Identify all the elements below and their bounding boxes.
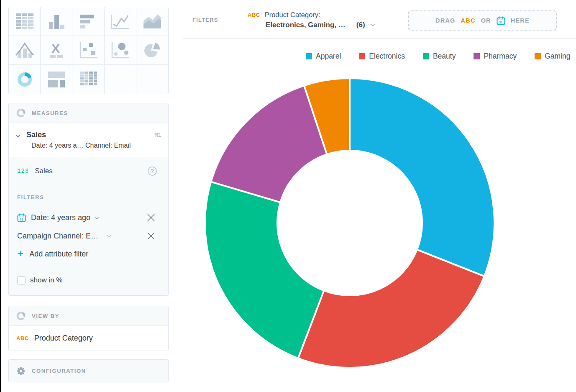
svg-text:31: 31	[20, 217, 23, 221]
field-type-123: 123	[17, 168, 29, 174]
chart-type-empty-2	[136, 65, 168, 94]
field-name: Sales	[35, 167, 53, 175]
line-chart-icon	[110, 13, 130, 30]
show-in-percent-row: show in %	[17, 273, 161, 288]
chart-type-table[interactable]	[9, 7, 41, 36]
measures-label: MEASURES	[32, 110, 68, 116]
attribute-name: Product Category	[34, 334, 93, 343]
filters-section-label: FILTERS	[17, 194, 161, 200]
chart-type-donut[interactable]	[9, 65, 41, 94]
filter-bar: FILTERS ABC Product Category: Electronic…	[183, 0, 576, 39]
donut-slice-apparel	[350, 78, 494, 276]
filter-date[interactable]: 31 Date: 4 years ago	[17, 208, 161, 227]
chart-type-treemap[interactable]	[41, 65, 72, 94]
chevron-down-icon	[370, 22, 375, 26]
filter-date-label: Date: 4 years ago	[31, 213, 90, 222]
scatter-plot-icon	[79, 41, 98, 59]
measure-field-row[interactable]: 123 Sales ?	[17, 157, 161, 185]
chart-type-bubble[interactable]	[105, 36, 136, 65]
measures-header: MEASURES	[9, 103, 168, 123]
show-in-percent-label: show in %	[30, 276, 62, 284]
bar-chart-icon	[79, 14, 97, 29]
donut-slice-beauty	[205, 182, 324, 358]
chevron-down-icon	[95, 215, 99, 219]
add-attribute-filter-label: Add attribute filter	[29, 250, 88, 259]
sidebar: X	[8, 7, 169, 382]
measure-item-sales[interactable]: Sales M1 Date: 4 years a… Channel: Email	[9, 123, 168, 157]
donut-chart-icon	[16, 71, 33, 88]
filter-bar-label: FILTERS	[192, 17, 218, 23]
pie-chart-icon	[143, 41, 161, 59]
view-by-label: VIEW BY	[32, 313, 59, 319]
drop-zone-or: OR	[481, 17, 491, 24]
filter-chip-title: Product Category:	[265, 11, 320, 19]
drop-zone-here: HERE	[511, 17, 530, 24]
chart-type-pie[interactable]	[136, 36, 168, 65]
chart-type-headline[interactable]: X	[41, 36, 72, 65]
plus-icon: +	[17, 247, 23, 260]
drop-zone-drag: DRAG	[435, 17, 456, 24]
attribute-type-abc: ABC	[248, 12, 260, 18]
headline-icon: X	[47, 42, 66, 59]
measures-bucket-icon	[16, 108, 26, 118]
combo-chart-icon	[15, 42, 34, 59]
view-by-attribute[interactable]: ABC Product Category	[9, 325, 168, 351]
chart-type-line[interactable]	[105, 7, 136, 36]
bubble-chart-icon	[110, 41, 130, 59]
collapse-chevron-icon[interactable]	[15, 133, 20, 137]
svg-text:31: 31	[499, 20, 502, 24]
view-by-header: VIEW BY	[9, 306, 168, 325]
chart-type-column[interactable]	[41, 7, 72, 36]
add-attribute-filter-button[interactable]: + Add attribute filter	[17, 245, 161, 263]
chart-type-empty-1	[105, 65, 136, 94]
calendar-icon: 31	[497, 16, 505, 25]
measure-title: Sales	[26, 131, 46, 139]
chevron-down-icon	[107, 233, 111, 238]
chart-type-combo[interactable]	[9, 36, 41, 65]
attribute-type-abc: ABC	[16, 335, 29, 341]
view-by-bucket-icon	[16, 311, 26, 320]
chart-type-bar[interactable]	[72, 7, 104, 36]
configuration-label: CONFIGURATION	[32, 368, 86, 374]
measure-tag: M1	[154, 132, 161, 138]
remove-filter-icon[interactable]	[146, 213, 156, 222]
svg-text:X: X	[51, 42, 60, 55]
product-category-filter-chip[interactable]: ABC Product Category: Electronics, Gamin…	[248, 11, 374, 29]
svg-text:?: ?	[151, 168, 154, 174]
heatmap-icon	[79, 71, 97, 88]
help-icon[interactable]: ?	[147, 166, 157, 176]
remove-filter-icon[interactable]	[146, 231, 156, 241]
chart-type-picker: X	[8, 7, 169, 94]
calendar-icon: 31	[17, 213, 26, 222]
filter-drop-zone[interactable]: DRAG ABC OR 31 HERE	[408, 10, 557, 31]
chart-type-scatter[interactable]	[72, 36, 104, 65]
column-chart-icon	[47, 13, 66, 29]
drop-zone-abc: ABC	[461, 17, 476, 24]
view-by-panel: VIEW BY ABC Product Category	[8, 306, 169, 351]
configuration-panel[interactable]: CONFIGURATION	[8, 359, 169, 382]
filter-chip-value: Electronics, Gaming, …	[266, 21, 346, 29]
area-chart-icon	[143, 13, 162, 29]
treemap-icon	[47, 72, 66, 87]
filter-campaign-label: Campaign Channel: E…	[17, 232, 98, 241]
gear-icon	[16, 366, 26, 376]
measure-subtitle: Date: 4 years a… Channel: Email	[31, 142, 161, 149]
table-icon	[15, 13, 34, 29]
filter-campaign-channel[interactable]: Campaign Channel: E…	[17, 227, 161, 245]
measures-panel: MEASURES Sales M1 Date: 4 years a… Chann…	[8, 103, 169, 296]
donut-chart[interactable]	[182, 39, 576, 392]
chart-type-heatmap[interactable]	[72, 65, 104, 94]
show-in-percent-checkbox[interactable]	[17, 276, 26, 284]
donut-slice-electronics	[298, 250, 484, 368]
chart-type-area[interactable]	[136, 7, 168, 36]
filter-chip-count: (6)	[356, 21, 365, 29]
window-left-border	[0, 0, 1, 392]
